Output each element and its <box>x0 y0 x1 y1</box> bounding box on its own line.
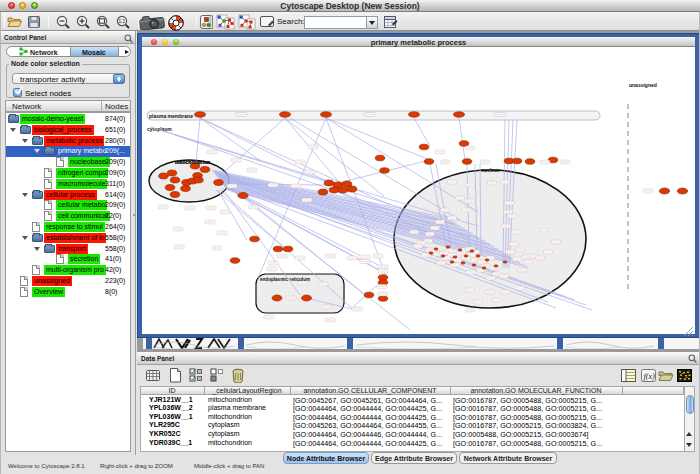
svg-text:f(x): f(x) <box>644 372 655 381</box>
svg-text:nucleus: nucleus <box>481 167 500 173</box>
svg-text:plasma membrane: plasma membrane <box>149 113 193 119</box>
svg-text:unassigned: unassigned <box>629 82 657 88</box>
svg-text:mitochondrion: mitochondrion <box>175 159 210 165</box>
svg-text:1:1: 1:1 <box>119 19 126 24</box>
